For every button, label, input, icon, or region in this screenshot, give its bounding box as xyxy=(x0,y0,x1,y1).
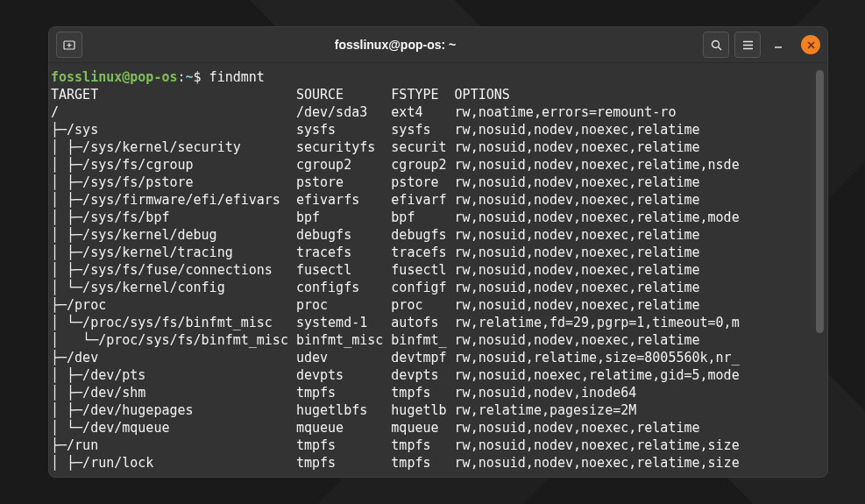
close-button[interactable] xyxy=(801,35,820,54)
close-icon xyxy=(807,41,815,49)
terminal-content[interactable]: fosslinux@pop-os:~$ findmnt TARGET SOURC… xyxy=(49,63,827,477)
menu-button[interactable] xyxy=(734,32,761,58)
new-tab-button[interactable] xyxy=(56,32,82,58)
svg-line-4 xyxy=(718,46,721,50)
scrollbar[interactable] xyxy=(816,70,824,333)
hamburger-icon xyxy=(742,40,754,50)
search-icon xyxy=(711,39,722,51)
new-tab-icon xyxy=(63,39,75,51)
svg-point-3 xyxy=(712,40,719,47)
minimize-icon xyxy=(773,39,783,50)
window-title: fosslinux@pop-os: ~ xyxy=(88,38,703,52)
search-button[interactable] xyxy=(703,32,729,58)
terminal-window: fosslinux@pop-os: ~ fosslinux@pop-os:~$ … xyxy=(48,26,828,478)
titlebar: fosslinux@pop-os: ~ xyxy=(49,27,827,63)
minimize-button[interactable] xyxy=(766,32,791,58)
terminal-output: fosslinux@pop-os:~$ findmnt TARGET SOURC… xyxy=(51,68,827,472)
